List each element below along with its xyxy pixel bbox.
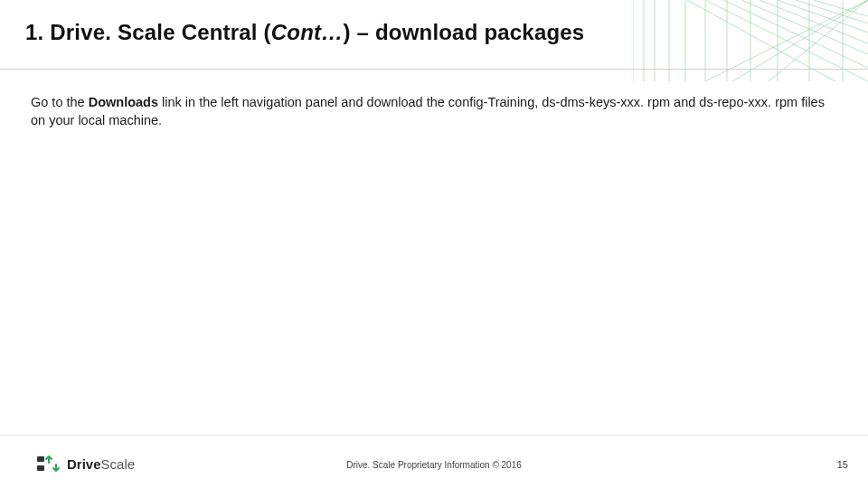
body-text: Go to the Downloads link in the left nav… <box>31 94 832 129</box>
copyright: Drive. Scale Proprietary Information © 2… <box>0 460 868 470</box>
footer: DriveScale Drive. Scale Proprietary Info… <box>0 436 868 488</box>
title-suffix: ) – download packages <box>343 20 584 44</box>
slide: 1. Drive. Scale Central (Cont…) – downlo… <box>0 0 868 488</box>
title-prefix: 1. Drive. Scale Central ( <box>25 20 271 44</box>
title-divider <box>0 69 868 70</box>
slide-title: 1. Drive. Scale Central (Cont…) – downlo… <box>25 20 850 45</box>
page-number: 15 <box>837 459 848 470</box>
title-cont: Cont… <box>271 20 344 44</box>
svg-line-17 <box>814 0 868 16</box>
body-bold: Downloads <box>89 95 158 109</box>
slide-title-wrap: 1. Drive. Scale Central (Cont…) – downlo… <box>25 20 850 45</box>
body-t1: Go to the <box>31 95 89 109</box>
